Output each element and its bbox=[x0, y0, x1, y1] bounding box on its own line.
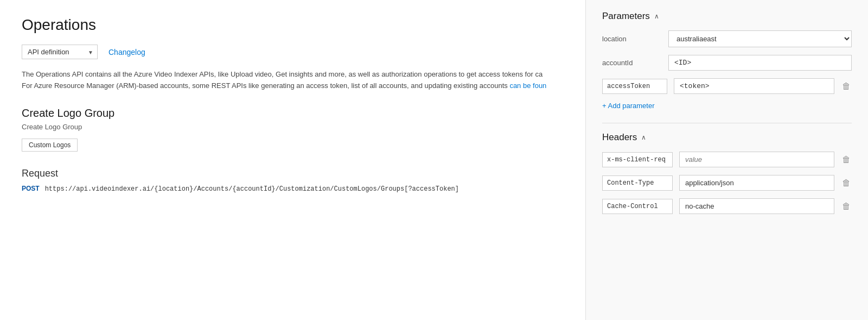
param-label-location: location bbox=[602, 35, 662, 43]
description-text: The Operations API contains all the Azur… bbox=[22, 69, 564, 92]
header-key-contenttype[interactable] bbox=[602, 175, 673, 191]
description-link[interactable]: can be foun bbox=[509, 81, 546, 90]
param-row-accountid: accountId bbox=[602, 55, 852, 71]
header-row-xmsclientreq: 🗑 bbox=[602, 152, 852, 167]
http-method-badge: POST bbox=[22, 185, 40, 192]
param-key-accesstoken[interactable] bbox=[602, 79, 667, 94]
api-definition-select-wrapper[interactable]: API definition ▼ bbox=[22, 45, 98, 59]
headers-label: Headers bbox=[602, 132, 637, 143]
param-input-accesstoken[interactable] bbox=[674, 78, 834, 94]
section-subtitle: Create Logo Group bbox=[22, 123, 564, 131]
add-parameter-label: + Add parameter bbox=[602, 102, 654, 110]
headers-chevron-icon: ∧ bbox=[641, 134, 646, 141]
request-url-row: POST https://api.videoindexer.ai/{locati… bbox=[22, 185, 564, 193]
header-key-xmsclientreq[interactable] bbox=[602, 152, 673, 167]
delete-header-xmsclientreq-icon[interactable]: 🗑 bbox=[841, 155, 852, 165]
request-title: Request bbox=[22, 168, 564, 179]
header-key-cachecontrol[interactable] bbox=[602, 199, 673, 214]
toolbar: API definition ▼ Changelog bbox=[22, 45, 564, 59]
header-value-contenttype[interactable] bbox=[679, 175, 834, 191]
right-panel: Parameters ∧ location australiaeast east… bbox=[586, 0, 868, 320]
request-section: Request POST https://api.videoindexer.ai… bbox=[22, 168, 564, 193]
delete-header-cachecontrol-icon[interactable]: 🗑 bbox=[841, 202, 852, 211]
header-row-contenttype: 🗑 bbox=[602, 175, 852, 191]
header-value-cachecontrol[interactable] bbox=[679, 198, 834, 214]
parameters-label: Parameters bbox=[602, 11, 650, 22]
param-input-accountid[interactable] bbox=[668, 55, 852, 71]
left-panel: Operations API definition ▼ Changelog Th… bbox=[0, 0, 586, 320]
delete-header-contenttype-icon[interactable]: 🗑 bbox=[841, 178, 852, 188]
param-label-accountid: accountId bbox=[602, 59, 662, 67]
parameters-section-title: Parameters ∧ bbox=[602, 11, 852, 22]
param-row-location: location australiaeast eastus westus wes… bbox=[602, 30, 852, 47]
param-row-accesstoken: 🗑 bbox=[602, 78, 852, 94]
header-value-xmsclientreq[interactable] bbox=[679, 152, 834, 167]
custom-logos-tag[interactable]: Custom Logos bbox=[22, 139, 78, 152]
add-parameter-btn[interactable]: + Add parameter bbox=[602, 102, 852, 110]
headers-section-title: Headers ∧ bbox=[602, 132, 852, 143]
delete-accesstoken-icon[interactable]: 🗑 bbox=[841, 81, 852, 91]
changelog-link[interactable]: Changelog bbox=[108, 48, 145, 57]
parameters-chevron-icon: ∧ bbox=[654, 12, 659, 20]
section-divider bbox=[602, 123, 852, 123]
page-title: Operations bbox=[22, 16, 564, 34]
param-select-location[interactable]: australiaeast eastus westus westeurope n… bbox=[668, 30, 852, 47]
section-title: Create Logo Group bbox=[22, 107, 564, 120]
request-url-text: https://api.videoindexer.ai/{location}/A… bbox=[45, 185, 459, 193]
header-row-cachecontrol: 🗑 bbox=[602, 198, 852, 214]
api-definition-select[interactable]: API definition bbox=[22, 45, 98, 59]
